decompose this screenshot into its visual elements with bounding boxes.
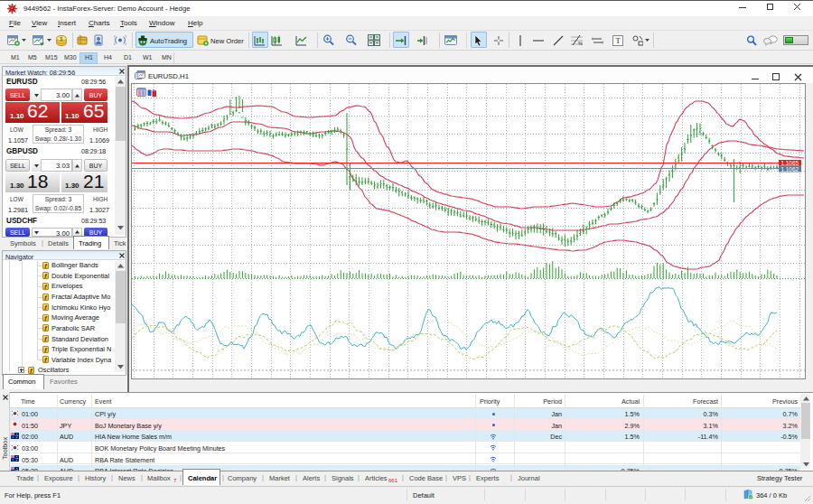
- svg-text:1.1062: 1.1062: [780, 166, 799, 173]
- svg-text:%: %: [578, 41, 583, 46]
- svg-text:T: T: [615, 36, 621, 45]
- svg-text:1.1065: 1.1065: [780, 160, 799, 166]
